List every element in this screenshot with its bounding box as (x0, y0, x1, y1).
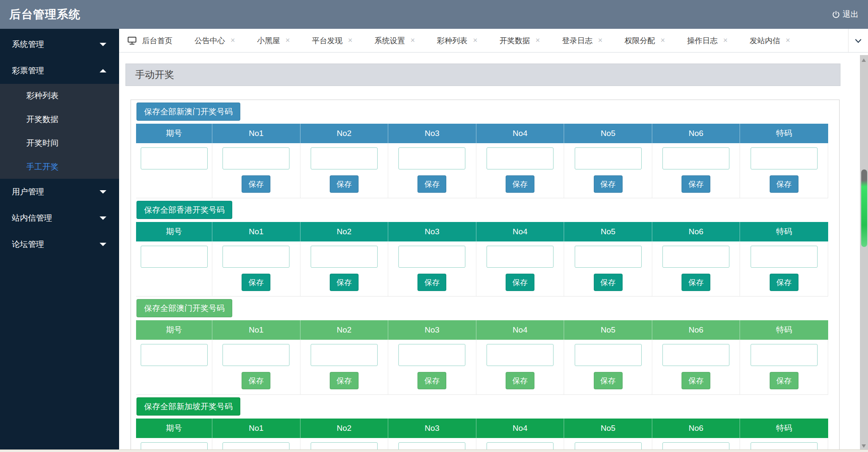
tab-item[interactable]: 操作日志× (687, 36, 728, 46)
sidebar-subitem[interactable]: 开奖数据 (0, 108, 119, 131)
number-input[interactable] (311, 147, 378, 169)
save-button[interactable]: 保存 (242, 274, 270, 291)
number-input[interactable] (751, 246, 818, 268)
save-all-button[interactable]: 保存全部新加坡开奖号码 (136, 397, 240, 416)
save-button[interactable]: 保存 (242, 175, 270, 193)
save-button[interactable]: 保存 (330, 175, 359, 193)
save-button[interactable]: 保存 (594, 274, 623, 291)
save-cell: 保存 (652, 367, 740, 395)
number-input[interactable] (662, 344, 729, 366)
sidebar-item[interactable]: 论坛管理 (0, 231, 119, 258)
sidebar-subitem[interactable]: 开奖时间 (0, 131, 119, 155)
save-button[interactable]: 保存 (330, 274, 359, 291)
save-button[interactable]: 保存 (770, 274, 798, 291)
horizontal-scrollbar-track[interactable] (0, 449, 868, 452)
power-icon (832, 10, 840, 19)
save-button[interactable]: 保存 (417, 372, 446, 389)
issue-input[interactable] (141, 147, 208, 169)
save-all-button[interactable]: 保存全部新澳门开奖号码 (136, 103, 240, 121)
save-cell: 保存 (740, 269, 828, 297)
save-button[interactable]: 保存 (682, 175, 710, 193)
save-button[interactable]: 保存 (242, 372, 270, 389)
number-input[interactable] (223, 147, 289, 169)
sidebar-subitem[interactable]: 彩种列表 (0, 84, 119, 108)
app-title: 后台管理系统 (9, 7, 81, 22)
save-button[interactable]: 保存 (506, 175, 534, 193)
tab-item[interactable]: 彩种列表× (437, 36, 478, 46)
number-input[interactable] (398, 344, 465, 366)
column-header: No3 (388, 222, 476, 241)
tab-close-icon[interactable]: × (411, 36, 415, 45)
save-button[interactable]: 保存 (682, 274, 710, 291)
input-cell (212, 143, 300, 170)
column-header: No4 (476, 419, 564, 438)
number-input[interactable] (311, 344, 378, 366)
tab-item[interactable]: 公告中心× (195, 36, 235, 46)
tab-label: 登录日志 (562, 36, 593, 46)
tab-item[interactable]: 后台首页 (128, 36, 172, 46)
number-input[interactable] (575, 147, 642, 169)
tab-item[interactable]: 开奖数据× (500, 36, 540, 46)
number-input[interactable] (662, 246, 729, 268)
save-all-button[interactable]: 保存全部香港开奖号码 (136, 201, 232, 219)
sidebar-item[interactable]: 系统管理 (0, 31, 119, 58)
number-input[interactable] (487, 246, 554, 268)
scroll-up-arrow-icon[interactable] (862, 58, 866, 62)
tab-item[interactable]: 平台发现× (312, 36, 353, 46)
number-input[interactable] (751, 344, 818, 366)
number-input[interactable] (662, 147, 729, 169)
sidebar-item[interactable]: 站内信管理 (0, 205, 119, 231)
save-button[interactable]: 保存 (417, 274, 446, 291)
issue-input[interactable] (141, 344, 208, 366)
scrollbar-thumb[interactable] (861, 169, 867, 247)
tab-close-icon[interactable]: × (661, 36, 665, 45)
number-input[interactable] (487, 344, 554, 366)
issue-input[interactable] (141, 246, 208, 268)
sidebar-item[interactable]: 彩票管理 (0, 58, 119, 84)
tab-close-icon[interactable]: × (786, 36, 790, 45)
number-input[interactable] (751, 147, 818, 169)
save-button[interactable]: 保存 (506, 372, 534, 389)
column-header: No1 (212, 222, 300, 241)
tab-item[interactable]: 小黑屋× (257, 36, 290, 46)
save-button[interactable]: 保存 (330, 372, 359, 389)
scroll-down-arrow-icon[interactable] (862, 444, 866, 448)
tab-item[interactable]: 权限分配× (625, 36, 665, 46)
tab-close-icon[interactable]: × (348, 36, 353, 45)
vertical-scrollbar[interactable] (860, 55, 868, 449)
save-button[interactable]: 保存 (594, 372, 623, 389)
save-button[interactable]: 保存 (770, 175, 798, 193)
tab-label: 发站内信 (750, 36, 780, 46)
tab-item[interactable]: 发站内信× (750, 36, 790, 46)
save-button[interactable]: 保存 (506, 274, 534, 291)
save-button[interactable]: 保存 (770, 372, 798, 389)
number-input[interactable] (575, 246, 642, 268)
tab-close-icon[interactable]: × (723, 36, 728, 45)
sidebar-subitem[interactable]: 手工开奖 (0, 155, 119, 179)
save-all-button[interactable]: 保存全部澳门开奖号码 (136, 299, 232, 317)
save-button[interactable]: 保存 (417, 175, 446, 193)
save-button[interactable]: 保存 (594, 175, 623, 193)
number-input[interactable] (223, 246, 289, 268)
tab-close-icon[interactable]: × (598, 36, 603, 45)
tab-item[interactable]: 系统设置× (375, 36, 415, 46)
save-cell: 保存 (476, 367, 564, 395)
save-button[interactable]: 保存 (682, 372, 710, 389)
number-input[interactable] (575, 344, 642, 366)
tab-close-icon[interactable]: × (286, 36, 290, 45)
logout-button[interactable]: 退出 (832, 9, 859, 20)
logout-label: 退出 (843, 9, 859, 20)
save-cell: 保存 (388, 367, 476, 395)
tab-close-icon[interactable]: × (231, 36, 235, 45)
tab-close-icon[interactable]: × (536, 36, 540, 45)
number-input[interactable] (311, 246, 378, 268)
number-input[interactable] (487, 147, 554, 169)
number-input[interactable] (223, 344, 289, 366)
chevron-down-icon (100, 190, 106, 194)
tab-item[interactable]: 登录日志× (562, 36, 603, 46)
number-input[interactable] (398, 246, 465, 268)
tab-close-icon[interactable]: × (473, 36, 478, 45)
tab-overflow-button[interactable] (848, 29, 868, 52)
sidebar-item[interactable]: 用户管理 (0, 179, 119, 205)
number-input[interactable] (398, 147, 465, 169)
